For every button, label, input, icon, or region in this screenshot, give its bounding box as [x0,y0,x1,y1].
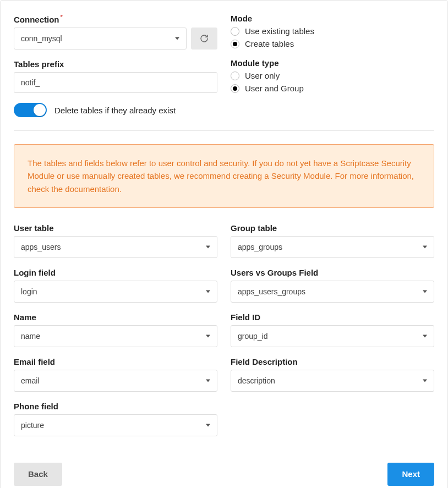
next-button[interactable]: Next [387,463,434,486]
config-card: Connection* conn_mysql Tables prefix [0,0,448,488]
field-id-label: Field ID [231,312,434,322]
users-groups-field-block: Users vs Groups Field apps_users_groups [231,268,434,303]
field-id-value: group_id [238,332,268,341]
caret-icon [206,290,210,293]
mode-option-existing[interactable]: Use existing tables [231,26,434,36]
field-description-value: description [238,376,275,385]
email-field-value: email [21,376,39,385]
required-asterisk: * [61,14,63,20]
module-option-user-only-label: User only [245,71,280,80]
mode-option-existing-label: Use existing tables [245,26,314,36]
email-field-select[interactable]: email [14,370,217,392]
radio-icon [231,40,239,48]
group-table-select[interactable]: apps_groups [231,236,434,258]
name-field-value: name [21,332,40,341]
field-description-label: Field Description [231,357,434,366]
name-field-block: Name name [14,312,217,347]
caret-icon [423,245,427,248]
fields-grid: User table apps_users Login field login … [14,223,434,446]
group-table-block: Group table apps_groups [231,223,434,258]
prefix-label: Tables prefix [14,59,217,69]
field-id-select[interactable]: group_id [231,325,434,347]
delete-toggle-label: Delete tables if they already exist [54,106,176,115]
phone-field-value: picture [21,421,44,430]
phone-field-label: Phone field [14,402,217,411]
name-field-label: Name [14,312,217,322]
mode-option-create[interactable]: Create tables [231,39,434,48]
user-table-block: User table apps_users [14,223,217,258]
name-field-select[interactable]: name [14,325,217,347]
caret-icon [206,379,210,382]
back-button[interactable]: Back [14,463,62,486]
left-col: Connection* conn_mysql Tables prefix [14,14,217,117]
fields-right-col: Group table apps_groups Users vs Groups … [231,223,434,446]
field-description-select[interactable]: description [231,370,434,392]
delete-toggle-row: Delete tables if they already exist [14,103,217,117]
caret-icon [206,424,210,426]
users-groups-field-select[interactable]: apps_users_groups [231,281,434,303]
module-type-label: Module type [231,58,434,68]
users-groups-field-value: apps_users_groups [238,287,305,296]
connection-label: Connection* [14,14,217,24]
phone-field-select[interactable]: picture [14,414,217,436]
prefix-input[interactable] [14,72,217,93]
mode-option-create-label: Create tables [245,39,294,48]
mode-label: Mode [231,14,434,23]
phone-field-block: Phone field picture [14,402,217,436]
delete-toggle[interactable] [14,103,47,117]
field-description-block: Field Description description [231,357,434,392]
users-groups-field-label: Users vs Groups Field [231,268,434,277]
email-field-block: Email field email [14,357,217,392]
group-table-value: apps_groups [238,243,282,251]
prefix-block: Tables prefix [14,59,217,93]
login-field-block: Login field login [14,268,217,303]
connection-block: Connection* conn_mysql [14,14,217,50]
radio-icon [231,84,239,93]
refresh-icon [200,34,209,43]
user-table-label: User table [14,223,217,233]
caret-icon [423,290,427,293]
radio-icon [231,72,239,80]
right-col: Mode Use existing tables Create tables M… [231,14,434,117]
user-table-select[interactable]: apps_users [14,236,217,258]
connection-row: conn_mysql [14,28,217,50]
divider [14,130,434,131]
caret-icon [423,379,427,382]
footer-buttons: Back Next [14,463,434,486]
fields-left-col: User table apps_users Login field login … [14,223,217,446]
caret-icon [206,335,210,337]
caret-icon [423,335,427,337]
security-alert: The tables and fields below refer to use… [14,144,434,208]
login-field-label: Login field [14,268,217,277]
group-table-label: Group table [231,223,434,233]
caret-icon [206,245,210,248]
radio-icon [231,27,239,36]
field-id-block: Field ID group_id [231,312,434,347]
login-field-select[interactable]: login [14,281,217,303]
connection-value: conn_mysql [21,34,62,43]
module-option-user-group[interactable]: User and Group [231,84,434,93]
email-field-label: Email field [14,357,217,366]
module-option-user-group-label: User and Group [245,84,304,93]
refresh-button[interactable] [191,28,217,50]
module-option-user-only[interactable]: User only [231,71,434,80]
top-section: Connection* conn_mysql Tables prefix [14,14,434,117]
caret-icon [175,37,179,40]
mode-block: Mode Use existing tables Create tables [231,14,434,48]
user-table-value: apps_users [21,243,61,251]
module-type-block: Module type User only User and Group [231,58,434,93]
connection-label-text: Connection [14,15,59,24]
login-field-value: login [21,287,37,296]
connection-select[interactable]: conn_mysql [14,28,187,50]
